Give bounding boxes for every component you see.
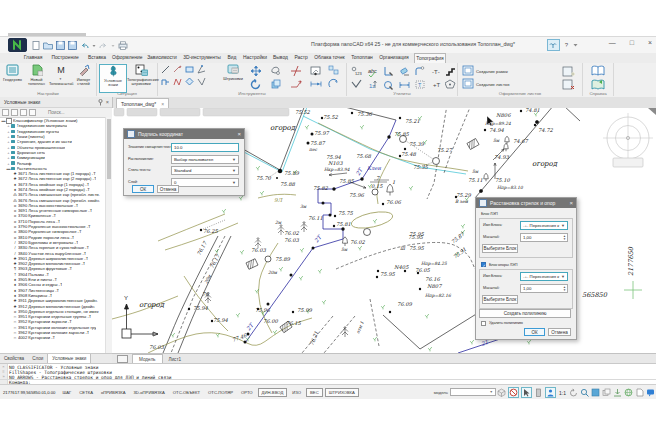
close-button[interactable]: × xyxy=(648,39,652,46)
ribbon-tab-Растр[interactable]: Растр xyxy=(293,54,309,62)
draw-sketch-icon[interactable] xyxy=(173,65,182,74)
sheet-delete-icon[interactable] xyxy=(562,78,575,90)
page-icon[interactable] xyxy=(635,388,644,397)
draw-pline-icon[interactable] xyxy=(161,77,170,86)
globe-icon[interactable] xyxy=(624,388,633,397)
chat-icon[interactable] xyxy=(646,388,655,397)
ok-button[interactable]: ОК xyxy=(132,185,154,193)
column-icon[interactable] xyxy=(534,388,543,397)
print-icon[interactable] xyxy=(118,41,128,50)
ribbon-button-Создание рамок[interactable]: Создание рамок xyxy=(462,65,508,77)
input-Значение смещения текста:[interactable]: 10.0 xyxy=(171,143,239,152)
combo-Слой:[interactable]: 0▼ xyxy=(171,178,239,187)
abc-icon[interactable]: abc xyxy=(366,65,378,77)
pline-edit-icon[interactable] xyxy=(414,65,426,77)
draw-rect-icon[interactable] xyxy=(185,65,194,74)
cancel-button[interactable]: Отмена xyxy=(157,185,179,193)
status-toggle-ШАГ[interactable]: ШАГ xyxy=(59,389,74,396)
block-name-combo[interactable]: -+- Пересечения к▼ xyxy=(520,272,568,281)
ribbon-tab-Вид[interactable]: Вид xyxy=(226,54,238,62)
ribbon-tab-Вставка[interactable]: Вставка xyxy=(86,54,108,62)
scale-spinner[interactable]: 1,00▲▼ xyxy=(520,233,568,242)
new-document-icon[interactable] xyxy=(32,41,40,50)
create-polyline-button[interactable]: Создать полилинию xyxy=(479,309,571,318)
save-icon[interactable] xyxy=(56,41,65,50)
save-all-icon[interactable] xyxy=(68,41,77,50)
rotate-icon[interactable] xyxy=(250,78,262,90)
pan-icon[interactable] xyxy=(591,388,600,397)
refresh-icon[interactable] xyxy=(569,388,578,397)
tree-item[interactable]: ⁙4002 Кустарники -Т xyxy=(0,335,106,340)
move-icon[interactable] xyxy=(250,65,262,77)
ribbon-button-Топографические штриховки[interactable]: Топографические штриховки xyxy=(127,64,155,91)
delete-polyline-checkbox[interactable] xyxy=(481,321,486,326)
panel-view-icon[interactable] xyxy=(20,109,27,116)
minus-t-icon[interactable]: -Т- xyxy=(430,65,442,77)
space-mode-label[interactable]: модель xyxy=(434,390,448,395)
viewport-combo[interactable]: ▼ xyxy=(450,388,496,396)
status-toggle-СЕТКА[interactable]: СЕТКА xyxy=(76,389,96,396)
break-icon[interactable] xyxy=(290,65,302,77)
eraser-icon[interactable] xyxy=(398,65,410,77)
scale-icon[interactable]: 1:1 xyxy=(558,388,567,397)
ribbon-tab-3D-инструменты[interactable]: 3D-инструменты xyxy=(182,54,222,62)
ribbon-tab-Главная[interactable]: Главная xyxy=(22,54,44,62)
panel-settings-icon[interactable] xyxy=(29,109,36,116)
combo-Стиль текста:[interactable]: Standard▼ xyxy=(171,166,239,175)
ribbon-button-Штриховки[interactable]: Штриховки xyxy=(220,64,246,91)
ribbon-button-Новый топоплан[interactable]: Новый топоплан xyxy=(25,64,48,91)
person-icon[interactable] xyxy=(545,387,556,398)
layout-folder-icon[interactable] xyxy=(117,355,128,363)
ribbon-button-Создание листов[interactable]: Создание листов xyxy=(462,78,509,90)
document-tab-close-icon[interactable]: × xyxy=(161,101,164,107)
ribbon-tab-Организация[interactable]: Организация xyxy=(378,54,410,62)
tree-scrollbar[interactable] xyxy=(105,117,112,353)
cube-icon[interactable] xyxy=(497,388,506,397)
redo-dropdown-icon[interactable] xyxy=(111,42,115,50)
pick-line-icon[interactable] xyxy=(382,65,394,77)
dialog-close-icon[interactable]: × xyxy=(569,200,573,206)
open-icon[interactable] xyxy=(43,41,53,50)
block-name-combo[interactable]: -+- Пересечения к▼ xyxy=(520,221,568,230)
cancel-button[interactable]: Отмена xyxy=(548,328,571,336)
nanocad-logo-icon[interactable] xyxy=(8,38,27,52)
help-button[interactable]: ? xyxy=(565,42,568,48)
frame-light-icon[interactable] xyxy=(562,65,575,77)
status-toggle-ОТС-ОБЪЕКТ[interactable]: ОТС-ОБЪЕКТ xyxy=(170,389,203,396)
status-toggle-ИЗО[interactable]: ИЗО xyxy=(289,389,304,396)
status-toggle-оПРИВЯЗКА[interactable]: оПРИВЯЗКА xyxy=(98,389,129,396)
panel-filter-icon[interactable] xyxy=(2,109,9,116)
dim-line-icon[interactable] xyxy=(398,78,410,90)
ribbon-tab-Зависимости[interactable]: Зависимости xyxy=(146,54,178,62)
status-toggle-ДИН-ВВОД[interactable]: ДИН-ВВОД xyxy=(258,388,288,397)
workspace-icon[interactable] xyxy=(547,39,560,51)
status-toggle-ОРТО[interactable]: ОРТО xyxy=(238,389,256,396)
check-v-icon[interactable] xyxy=(350,78,362,90)
scale-spinner[interactable]: 1,00▲▼ xyxy=(520,284,568,293)
zoom-icon[interactable] xyxy=(580,388,589,397)
minimize-button[interactable]: — xyxy=(609,39,616,46)
ribbon-button-Топомасштаб[interactable]: M▾Топомасштаб xyxy=(49,64,72,91)
undo-dropdown-icon[interactable] xyxy=(92,42,96,50)
ribbon-tab-Построение[interactable]: Построение xyxy=(50,54,80,62)
download-icon[interactable] xyxy=(613,388,622,397)
ribbon-tab-Облака точек[interactable]: Облака точек xyxy=(313,54,346,62)
ribbon-tab-Настройки[interactable]: Настройки xyxy=(242,54,268,62)
block-support-checkbox[interactable] xyxy=(481,262,486,267)
text-box-icon[interactable]: T xyxy=(414,78,426,90)
measure-angle1-icon[interactable] xyxy=(197,65,206,74)
select-block-button[interactable]: Выберите Блок xyxy=(482,244,518,253)
mirror-icon[interactable] xyxy=(328,78,340,90)
select-arrow-icon[interactable] xyxy=(521,387,532,398)
steps-icon[interactable] xyxy=(444,65,456,77)
combo-Расположение:[interactable]: Выбор пользовател▼ xyxy=(171,155,239,164)
maximize-button[interactable]: □ xyxy=(630,39,634,46)
points-count-icon[interactable]: 123 xyxy=(350,65,362,77)
ok-button[interactable]: ОК xyxy=(524,328,545,336)
ribbon-button-Условные знаки[interactable]: Условные знаки xyxy=(99,64,127,93)
draw-diamond-icon[interactable] xyxy=(185,77,194,86)
status-toggle-3D-оПРИВЯЗКА[interactable]: 3D-оПРИВЯЗКА xyxy=(131,389,168,396)
status-toggle-ШТРИХОВКА[interactable]: ШТРИХОВКА xyxy=(325,388,359,397)
online-help-book-icon[interactable] xyxy=(591,78,605,91)
no-entry-icon[interactable] xyxy=(508,387,519,398)
